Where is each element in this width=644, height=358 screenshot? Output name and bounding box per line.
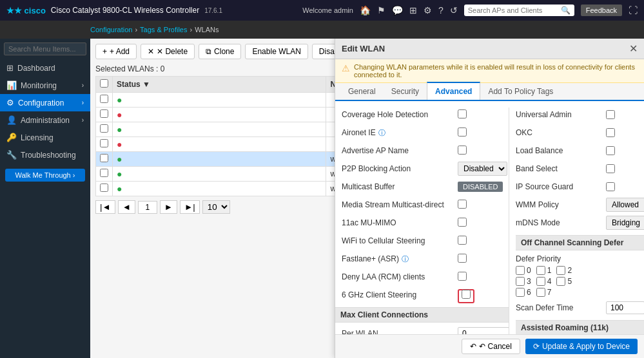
two-col-layout: Coverage Hole Detection Aironet IE ⓘ [342, 108, 638, 334]
advertise-ap-checkbox[interactable] [458, 146, 467, 155]
search-bar[interactable]: 🔍 [464, 5, 574, 16]
media-stream-checkbox[interactable] [458, 200, 467, 209]
breadcrumb-tags[interactable]: Tags & Profiles [140, 26, 187, 33]
defer-5-checkbox[interactable] [556, 277, 565, 286]
fastlane-label: Fastlane+ (ASR) ⓘ [342, 254, 458, 264]
status-indicator: ● [117, 169, 122, 179]
fastlane-checkbox[interactable] [458, 254, 467, 263]
row-checkbox[interactable] [100, 124, 108, 133]
prev-page-button[interactable]: ◄ [118, 200, 135, 214]
row-checkbox[interactable] [100, 109, 108, 118]
per-wlan-label: Per WLAN [342, 329, 458, 334]
sidebar-item-configuration[interactable]: ⚙ Configuration › [0, 94, 90, 111]
sidebar-item-licensing[interactable]: 🔑 Licensing [0, 129, 90, 146]
help-icon[interactable]: ? [438, 5, 444, 15]
sidebar-item-label: Licensing [21, 133, 54, 142]
deny-laa-checkbox[interactable] [458, 272, 467, 281]
cancel-icon: ↶ [470, 342, 476, 351]
warning-icon: ⚠ [342, 63, 350, 73]
cancel-button[interactable]: ↶ ↶ Cancel [462, 339, 520, 354]
clone-button[interactable]: ⧉ Clone [199, 44, 241, 59]
mdns-mode-select[interactable]: Bridging [606, 216, 644, 230]
last-page-button[interactable]: ►| [180, 200, 200, 214]
search-input[interactable] [468, 6, 558, 14]
defer-3-label: 3 [527, 277, 531, 286]
defer-3-checkbox[interactable] [516, 277, 525, 286]
defer-0-checkbox[interactable] [516, 266, 525, 275]
chevron-icon: › [82, 82, 84, 89]
config-icon: ⚙ [6, 98, 14, 108]
sidebar-item-troubleshooting[interactable]: 🔧 Troubleshooting [0, 146, 90, 164]
aironet-ie-checkbox[interactable] [458, 127, 467, 137]
coverage-hole-checkbox[interactable] [458, 109, 467, 118]
defer-6-checkbox[interactable] [516, 288, 525, 297]
tab-policy-tags[interactable]: Add To Policy Tags [480, 83, 561, 100]
sidebar-item-monitoring[interactable]: 📊 Monitoring › [0, 77, 90, 94]
enable-wlan-button[interactable]: Enable WLAN [245, 44, 307, 59]
gear-icon[interactable]: ⚙ [424, 5, 432, 15]
panel-close-button[interactable]: ✕ [629, 42, 638, 55]
load-balance-label: Load Balance [516, 146, 606, 155]
defer-7-checkbox[interactable] [536, 288, 545, 297]
sidebar-search-input[interactable] [4, 42, 86, 55]
wmm-policy-select[interactable]: Allowed [606, 198, 644, 212]
band-select-checkbox[interactable] [606, 164, 615, 173]
wifi-cellular-label: WiFi to Cellular Steering [342, 236, 458, 245]
row-checkbox[interactable] [100, 184, 108, 192]
mu-mimo-checkbox[interactable] [458, 218, 467, 227]
per-page-select[interactable]: 10 25 50 [202, 200, 230, 214]
scan-defer-time-label: Scan Defer Time [516, 303, 606, 312]
delete-button[interactable]: ✕ ✕ Delete [141, 44, 195, 59]
tab-general[interactable]: General [340, 83, 384, 100]
row-checkbox[interactable] [100, 169, 108, 177]
dashboard-icon: ⊞ [6, 63, 14, 73]
col-status: Status ▼ [113, 77, 326, 93]
advertise-ap-label: Advertise AP Name [342, 146, 458, 155]
page-input[interactable] [138, 201, 157, 214]
ip-source-guard-checkbox[interactable] [606, 182, 615, 191]
wifi-cellular-checkbox[interactable] [458, 236, 467, 245]
multicast-buffer-toggle[interactable]: DISABLED [458, 182, 503, 192]
okc-checkbox[interactable] [606, 128, 615, 137]
tab-advanced[interactable]: Advanced [427, 82, 480, 100]
chat-icon[interactable]: 💬 [392, 5, 403, 15]
clone-icon: ⧉ [206, 47, 211, 56]
universal-admin-checkbox[interactable] [606, 110, 615, 119]
defer-1-checkbox[interactable] [536, 266, 545, 275]
defer-4-checkbox[interactable] [536, 277, 545, 286]
p2p-blocking-select[interactable]: Disabled [458, 162, 507, 176]
media-stream-row: Media Stream Multicast-direct [342, 198, 502, 212]
media-stream-label: Media Stream Multicast-direct [342, 200, 458, 209]
per-wlan-input[interactable] [458, 327, 509, 334]
defer-4-label: 4 [547, 277, 552, 286]
sidebar-item-label: Dashboard [17, 64, 55, 73]
breadcrumb-config[interactable]: Configuration [90, 26, 132, 33]
okc-label: OKC [516, 128, 606, 137]
row-checkbox[interactable] [100, 154, 108, 162]
first-page-button[interactable]: |◄ [95, 200, 115, 214]
next-page-button[interactable]: ► [160, 200, 177, 214]
6ghz-steering-checkbox[interactable] [462, 290, 471, 299]
multicast-buffer-label: Multicast Buffer [342, 182, 458, 191]
scan-defer-time-input[interactable] [606, 301, 644, 314]
feedback-button[interactable]: Feedback [581, 5, 622, 16]
grid-icon[interactable]: ⊞ [409, 5, 417, 15]
select-all-checkbox[interactable] [100, 79, 108, 88]
row-checkbox[interactable] [100, 139, 108, 147]
row-checkbox[interactable] [100, 95, 108, 103]
sidebar-item-dashboard[interactable]: ⊞ Dashboard [0, 59, 90, 77]
alert-icon[interactable]: ⚑ [377, 5, 385, 15]
load-balance-checkbox[interactable] [606, 146, 615, 155]
tab-security[interactable]: Security [384, 83, 427, 100]
defer-2-checkbox[interactable] [556, 266, 565, 275]
update-icon: ⟳ [533, 342, 540, 351]
expand-icon[interactable]: ⛶ [629, 5, 638, 15]
home-icon[interactable]: 🏠 [360, 5, 371, 15]
walk-me-through-button[interactable]: Walk Me Through › [5, 169, 85, 182]
add-button[interactable]: + + Add [95, 44, 137, 59]
update-apply-button[interactable]: ⟳ Update & Apply to Device [525, 339, 638, 354]
refresh-icon[interactable]: ↺ [450, 5, 458, 15]
defer-row-1: 0 1 2 [516, 266, 638, 275]
sidebar-item-administration[interactable]: 👤 Administration › [0, 111, 90, 129]
chevron-icon: › [82, 117, 84, 124]
